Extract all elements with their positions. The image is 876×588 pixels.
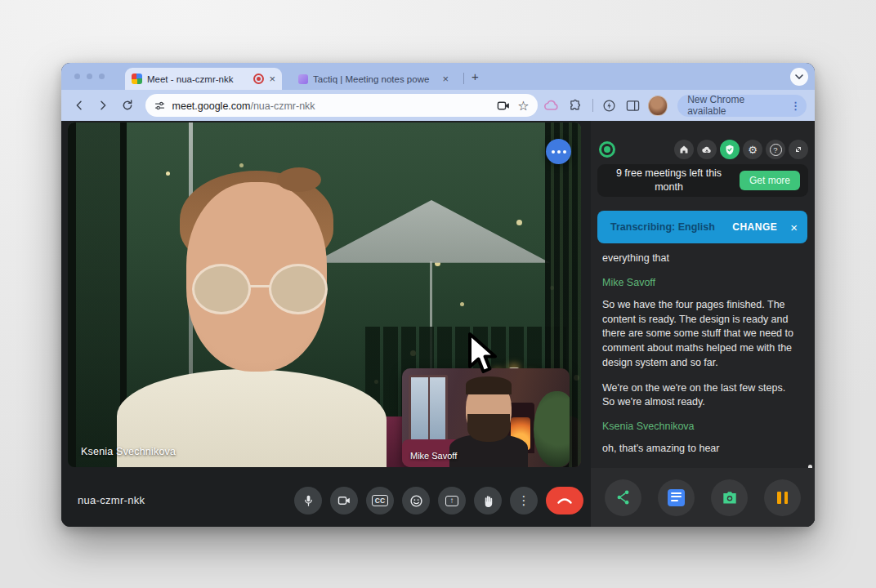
camera-in-use-icon[interactable] <box>497 100 511 112</box>
eyeglasses <box>192 264 328 316</box>
reload-button[interactable] <box>118 96 137 115</box>
side-panel-icon <box>626 100 640 112</box>
transcribing-banner: Transcribing: English CHANGE × <box>597 211 807 243</box>
side-panel-button[interactable] <box>623 96 643 115</box>
privacy-shield-button[interactable] <box>720 140 740 159</box>
meet-favicon <box>132 74 142 84</box>
smiley-icon <box>409 494 423 508</box>
reload-icon <box>121 99 134 112</box>
participant-name-label: Ksenia Svechnikova <box>81 446 176 457</box>
dot <box>552 150 555 154</box>
tactiq-header: ⚙ ? <box>599 139 808 160</box>
chat-typing-bubble[interactable] <box>546 139 571 164</box>
more-vertical-icon: ⋮ <box>518 493 530 508</box>
tab-title: Tactiq | Meeting notes powe <box>313 74 437 84</box>
pause-transcription-button[interactable] <box>764 479 801 516</box>
transcript-speaker: Mike Savoff <box>602 277 800 288</box>
pip-name-label: Mike Savoff <box>410 451 457 461</box>
cloud-sync-button[interactable] <box>697 140 717 159</box>
pip-video-tile[interactable]: Mike Savoff <box>402 368 570 467</box>
tactiq-favicon <box>298 74 308 84</box>
forward-button[interactable] <box>94 96 114 115</box>
reactions-button[interactable] <box>402 487 430 514</box>
end-call-phone-icon <box>556 497 573 505</box>
change-language-button[interactable]: CHANGE <box>732 221 777 233</box>
person-hair <box>466 376 512 394</box>
transcript-line: So we have the four pages finished. The … <box>602 298 800 371</box>
window-traffic-lights[interactable] <box>74 74 105 79</box>
tactiq-extension-icon[interactable] <box>543 96 562 115</box>
tactiq-header-icons: ⚙ ? <box>674 140 808 159</box>
hair-bun <box>277 167 321 192</box>
camera-button[interactable] <box>330 487 358 514</box>
chrome-update-button[interactable]: New Chrome available ⋮ <box>677 95 807 117</box>
extension-bolt-icon[interactable] <box>600 96 619 115</box>
cloud-icon <box>701 145 713 154</box>
share-button[interactable] <box>605 479 641 516</box>
transcript-line: oh, that's amazing to hear <box>602 442 800 457</box>
tab-meet[interactable]: Meet - nua-czmr-nkk × <box>125 68 282 90</box>
dot <box>563 150 566 154</box>
videocam-icon <box>337 495 351 506</box>
meeting-code: nua-czmr-nkk <box>78 494 145 506</box>
open-doc-button[interactable] <box>658 479 695 516</box>
more-options-button[interactable]: ⋮ <box>510 487 538 514</box>
home-button[interactable] <box>674 140 694 159</box>
collapse-panel-button[interactable] <box>789 140 808 159</box>
bookmark-star-icon[interactable]: ☆ <box>517 98 529 114</box>
plant <box>534 391 570 467</box>
new-tab-button[interactable]: + <box>472 69 479 83</box>
pause-icon <box>777 492 788 504</box>
dot <box>557 150 561 154</box>
screenshot-button[interactable] <box>711 479 748 516</box>
captions-button[interactable]: CC <box>366 487 394 514</box>
puzzle-piece-icon <box>569 99 583 113</box>
tab-tactiq[interactable]: Tactiq | Meeting notes powe × <box>292 68 455 90</box>
close-tab-icon[interactable]: × <box>442 74 449 84</box>
close-tab-icon[interactable]: × <box>269 74 275 84</box>
participant-ksenia <box>117 167 395 467</box>
transcribing-label: Transcribing: English <box>610 221 715 233</box>
present-screen-button[interactable]: ↑ <box>438 487 466 514</box>
back-button[interactable] <box>69 96 89 115</box>
main-video-tile[interactable]: Ksenia Svechnikova Mike Savoff <box>68 122 581 467</box>
settings-button[interactable]: ⚙ <box>743 140 762 159</box>
more-vertical-icon[interactable]: ⋮ <box>790 100 802 112</box>
site-info-tune-icon <box>154 100 166 112</box>
raise-hand-button[interactable] <box>474 487 502 514</box>
pip-window <box>409 375 448 443</box>
tab-search-button[interactable] <box>790 68 808 86</box>
tab-strip: Meet - nua-czmr-nkk × Tactiq | Meeting n… <box>61 63 815 90</box>
google-docs-icon <box>668 489 685 506</box>
browser-toolbar: meet.google.com/nua-czmr-nkk ☆ New Chrom… <box>61 90 815 121</box>
get-more-button[interactable]: Get more <box>740 171 800 190</box>
present-icon: ↑ <box>445 496 458 506</box>
maximize-window-button[interactable] <box>99 74 105 79</box>
shield-check-icon <box>725 145 735 155</box>
cc-icon: CC <box>372 495 387 506</box>
close-banner-icon[interactable]: × <box>790 220 798 234</box>
microphone-button[interactable] <box>294 487 322 514</box>
camera-capture-icon <box>722 491 738 505</box>
tactiq-action-bar <box>591 468 815 527</box>
forward-arrow-icon <box>96 99 110 112</box>
update-label: New Chrome available <box>687 94 784 117</box>
quota-card: 9 free meetings left this month Get more <box>597 164 808 197</box>
profile-avatar[interactable] <box>648 96 668 116</box>
extensions-button[interactable] <box>566 96 586 115</box>
transcript-list[interactable]: everything that Mike Savoff So we have t… <box>602 252 800 467</box>
url-path: /nua-czmr-nkk <box>250 100 315 112</box>
meet-controls: CC ↑ ⋮ <box>294 487 583 514</box>
page-content: Ksenia Svechnikova Mike Savoff <box>61 121 815 527</box>
cloud-icon <box>543 100 560 111</box>
recording-indicator-icon <box>253 74 264 84</box>
end-call-button[interactable] <box>546 487 583 514</box>
close-window-button[interactable] <box>74 74 80 79</box>
resize-diagonal-icon <box>793 145 803 154</box>
help-icon: ? <box>770 144 782 156</box>
help-button[interactable]: ? <box>766 140 785 159</box>
raised-hand-icon <box>482 494 494 508</box>
minimize-window-button[interactable] <box>87 74 92 79</box>
mouse-cursor <box>467 332 504 379</box>
address-bar[interactable]: meet.google.com/nua-czmr-nkk ☆ <box>145 94 538 117</box>
